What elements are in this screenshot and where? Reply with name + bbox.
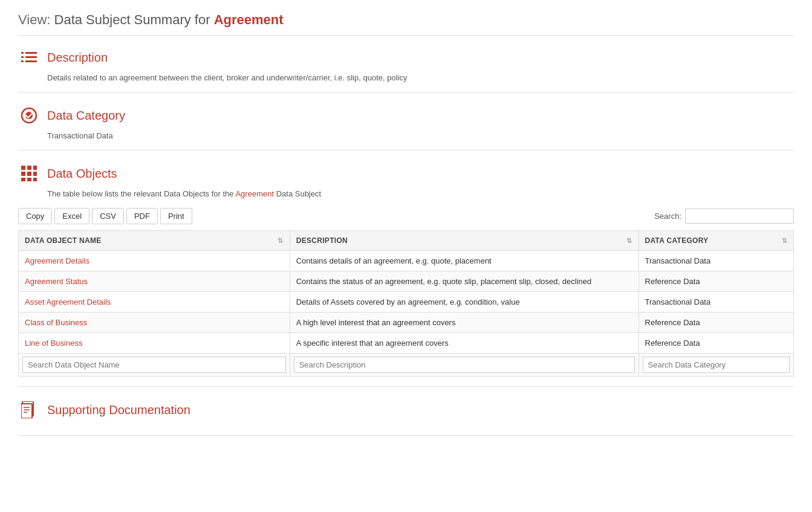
description-title: Description (47, 51, 108, 65)
cell-object-name: Class of Business (19, 313, 290, 333)
svg-rect-15 (27, 178, 31, 181)
object-name-link[interactable]: Asset Agreement Details (25, 297, 111, 306)
svg-rect-0 (21, 52, 24, 54)
cell-object-name: Agreement Status (19, 271, 290, 292)
search-description-input[interactable] (294, 357, 635, 373)
supporting-doc-title: Supporting Documentation (47, 403, 190, 417)
table-search-row (19, 354, 794, 377)
svg-rect-4 (21, 60, 24, 62)
data-objects-table: DATA OBJECT NAME ⇅ DESCRIPTION ⇅ DATA CA… (18, 230, 794, 377)
supporting-documentation-section: Supporting Documentation (18, 399, 794, 436)
cell-category: Transactional Data (638, 292, 793, 313)
search-description-input-cell (290, 354, 638, 377)
copy-button[interactable]: Copy (18, 208, 52, 224)
table-row: Agreement DetailsContains details of an … (19, 251, 794, 271)
data-objects-subtitle: The table below lists the relevant Data … (47, 189, 794, 198)
cell-description: A high level interest that an agreement … (290, 313, 638, 333)
supporting-doc-header: Supporting Documentation (18, 399, 794, 421)
sort-icon-desc[interactable]: ⇅ (626, 237, 632, 245)
svg-rect-9 (27, 166, 31, 170)
description-icon (18, 47, 40, 68)
svg-rect-12 (27, 172, 31, 176)
svg-rect-14 (21, 178, 25, 181)
search-label: Search: (654, 212, 681, 221)
cell-category: Reference Data (638, 333, 793, 354)
description-subtitle: Details related to an agreement between … (47, 73, 794, 82)
data-objects-icon (18, 163, 40, 184)
search-object-name-input[interactable] (22, 357, 286, 373)
data-category-icon (18, 105, 40, 126)
object-name-link[interactable]: Class of Business (25, 318, 87, 327)
description-header: Description (18, 47, 794, 68)
cell-object-name: Asset Agreement Details (19, 292, 290, 313)
col-header-cat: DATA CATEGORY ⇅ (638, 231, 793, 251)
svg-rect-16 (33, 178, 37, 181)
supporting-doc-icon (18, 399, 40, 421)
svg-rect-3 (25, 56, 37, 58)
data-objects-title: Data Objects (47, 167, 117, 181)
pdf-button[interactable]: PDF (126, 208, 158, 224)
data-category-title: Data Category (47, 109, 125, 123)
cell-description: A specific interest that an agreement co… (290, 333, 638, 354)
cell-description: Contains the status of an agreement, e.g… (290, 271, 638, 292)
cell-description: Details of Assets covered by an agreemen… (290, 292, 638, 313)
page-title: View: Data Subject Summary for Agreement (18, 12, 794, 36)
object-name-link[interactable]: Agreement Details (25, 256, 89, 265)
excel-button[interactable]: Excel (54, 208, 89, 224)
table-search-box: Search: (654, 209, 794, 224)
table-row: Agreement StatusContains the status of a… (19, 271, 794, 292)
svg-rect-2 (21, 56, 24, 58)
cell-description: Contains details of an agreement, e.g. q… (290, 251, 638, 271)
data-objects-section: Data Objects The table below lists the r… (18, 163, 794, 387)
cell-object-name: Line of Business (19, 333, 290, 354)
cell-object-name: Agreement Details (19, 251, 290, 271)
data-category-section: Data Category Transactional Data (18, 105, 794, 151)
sort-icon-name[interactable]: ⇅ (278, 237, 283, 245)
cell-category: Reference Data (638, 271, 793, 292)
svg-rect-18 (21, 404, 32, 418)
csv-button[interactable]: CSV (92, 208, 124, 224)
data-category-header: Data Category (18, 105, 794, 126)
table-row: Line of BusinessA specific interest that… (19, 333, 794, 354)
svg-rect-10 (33, 166, 37, 170)
svg-rect-5 (25, 60, 37, 62)
table-row: Asset Agreement DetailsDetails of Assets… (19, 292, 794, 313)
svg-rect-1 (25, 52, 37, 54)
agreement-label: Agreement (214, 12, 284, 27)
svg-rect-8 (21, 166, 25, 170)
svg-rect-13 (33, 172, 37, 176)
subject-label: Data Subject Summary for (54, 12, 210, 27)
svg-rect-11 (21, 172, 25, 176)
data-category-value: Transactional Data (47, 131, 794, 140)
col-header-name: DATA OBJECT NAME ⇅ (19, 231, 290, 251)
col-header-desc: DESCRIPTION ⇅ (290, 231, 638, 251)
data-objects-header: Data Objects (18, 163, 794, 184)
object-name-link[interactable]: Agreement Status (25, 277, 88, 286)
table-body: Agreement DetailsContains details of an … (19, 251, 794, 377)
agreement-link[interactable]: Agreement (235, 189, 274, 198)
table-controls: Copy Excel CSV PDF Print Search: (18, 208, 794, 224)
print-button[interactable]: Print (160, 208, 192, 224)
search-object-name-input-cell (19, 354, 290, 377)
cell-category: Transactional Data (638, 251, 793, 271)
search-category-input[interactable] (643, 357, 790, 373)
page-container: View: Data Subject Summary for Agreement… (0, 0, 812, 512)
view-label: View: (18, 12, 50, 27)
cell-category: Reference Data (638, 313, 793, 333)
search-category-input-cell (638, 354, 793, 377)
table-row: Class of BusinessA high level interest t… (19, 313, 794, 333)
description-section: Description Details related to an agreem… (18, 47, 794, 92)
export-buttons: Copy Excel CSV PDF Print (18, 208, 192, 224)
table-header-row: DATA OBJECT NAME ⇅ DESCRIPTION ⇅ DATA CA… (19, 231, 794, 251)
sort-icon-cat[interactable]: ⇅ (782, 237, 787, 245)
object-name-link[interactable]: Line of Business (25, 339, 82, 348)
table-search-input[interactable] (685, 209, 794, 224)
